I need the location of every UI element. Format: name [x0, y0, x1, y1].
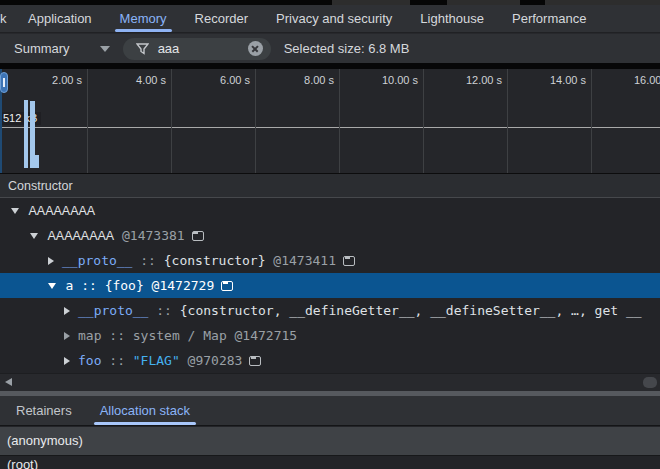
expand-arrow-right-icon[interactable] — [64, 307, 70, 315]
tab-label: Performance — [512, 11, 586, 26]
timeline-tick-label: 2.00 s — [2, 74, 82, 86]
expand-arrow-right-icon[interactable] — [64, 332, 70, 340]
row-text-obj: {foo} — [105, 278, 144, 293]
constructor-row[interactable]: foo :: "FLAG" @970283 — [0, 348, 660, 373]
row-text-sep: :: — [101, 353, 132, 368]
chevron-down-icon — [100, 46, 110, 52]
constructor-header-label: Constructor — [8, 179, 73, 193]
row-text-obj: {constructor, __defineGetter__, __define… — [180, 303, 642, 318]
memory-scale-label: 512 kB — [0, 112, 41, 125]
tab-label: Lighthouse — [420, 11, 484, 26]
top-tab-strip: k ApplicationMemoryRecorderPrivacy and s… — [0, 5, 660, 33]
tab-allocation-stack[interactable]: Allocation stack — [86, 396, 204, 425]
row-text-sep: :: — [148, 303, 179, 318]
row-text-sep: :: — [132, 253, 163, 268]
expand-arrow-down-icon[interactable] — [30, 233, 38, 239]
row-text-id: @970283 — [180, 353, 243, 368]
constructor-row[interactable]: AAAAAAAA — [0, 198, 660, 223]
row-text-dim: :: — [101, 328, 132, 343]
tab-label: Privacy and security — [276, 11, 392, 26]
expand-arrow-right-icon[interactable] — [48, 257, 54, 265]
tab-performance[interactable]: Performance — [498, 5, 600, 32]
row-text-name: AAAAAAAA — [29, 204, 96, 218]
tab-label: Application — [28, 11, 92, 26]
tab-label: Retainers — [16, 403, 72, 418]
perspective-select[interactable]: Summary — [14, 41, 110, 56]
tab-application[interactable]: Application — [14, 5, 106, 32]
class-filter-value: aaa — [158, 41, 180, 56]
timeline[interactable]: 512 kB 2.00 s4.00 s6.00 s8.00 s10.00 s12… — [0, 69, 660, 173]
timeline-tick-label: 10.00 s — [338, 74, 418, 86]
scrollbar-thumb[interactable] — [643, 377, 657, 388]
allocation-bar — [35, 155, 39, 168]
row-text-sep: :: — [73, 278, 104, 293]
row-text-dim: map — [78, 328, 101, 343]
row-text-prop: foo — [78, 353, 101, 368]
reveal-frame-icon[interactable] — [343, 256, 355, 266]
stack-frame-row[interactable]: (root) — [0, 456, 660, 469]
expand-arrow-down-icon[interactable] — [48, 283, 56, 289]
timeline-tick-label: 16.00 s — [590, 74, 660, 86]
timeline-tick-label: 8.00 s — [254, 74, 334, 86]
tab-recorder[interactable]: Recorder — [181, 5, 262, 32]
tab-partial-network[interactable]: k — [0, 5, 14, 32]
timeline-tick-label: 14.00 s — [506, 74, 586, 86]
horizontal-scrollbar[interactable] — [0, 373, 660, 391]
row-text-str: "FLAG" — [133, 353, 180, 368]
allocation-bar — [24, 100, 28, 168]
expand-arrow-down-icon[interactable] — [11, 208, 19, 214]
devtools-memory-panel: k ApplicationMemoryRecorderPrivacy and s… — [0, 0, 660, 469]
allocation-stack-pane: (anonymous)(root) — [0, 427, 660, 469]
reveal-frame-icon[interactable] — [221, 281, 233, 291]
timeline-tick-label: 12.00 s — [422, 74, 502, 86]
stack-frame-row[interactable]: (anonymous) — [0, 427, 660, 456]
memory-scale-line — [0, 127, 660, 128]
tab-lighthouse[interactable]: Lighthouse — [406, 5, 498, 32]
constructor-row[interactable]: AAAAAAAA @1473381 — [0, 223, 660, 248]
expand-arrow-right-icon[interactable] — [64, 357, 70, 365]
bottom-tab-strip: RetainersAllocation stack — [0, 396, 660, 426]
timeline-tick-label: 4.00 s — [86, 74, 166, 86]
tab-label: Memory — [120, 11, 167, 26]
scroll-left-arrow-icon[interactable] — [5, 378, 12, 386]
perspective-select-label: Summary — [14, 41, 70, 56]
row-text-prop: __proto__ — [78, 303, 148, 318]
tab-label: k — [0, 11, 7, 26]
row-text-name: AAAAAAAA — [48, 229, 115, 243]
reveal-frame-icon[interactable] — [249, 356, 261, 366]
constructor-row[interactable]: __proto__ :: {constructor} @1473411 — [0, 248, 660, 273]
allocation-bar — [30, 101, 35, 168]
tab-label: Recorder — [195, 11, 248, 26]
selected-size-status: Selected size: 6.8 MB — [284, 41, 410, 56]
tab-retainers[interactable]: Retainers — [2, 396, 86, 425]
row-text-prop: a — [66, 278, 74, 293]
row-text-id: @1473411 — [266, 253, 336, 268]
tab-label: Allocation stack — [100, 403, 190, 418]
memory-toolbar: Summary aaa Selected size: 6.8 MB — [0, 33, 660, 63]
constructor-tree: AAAAAAAAAAAAAAAA @1473381__proto__ :: {c… — [0, 198, 660, 373]
row-text-dim: @1472715 — [227, 328, 297, 343]
row-text-dim: system / Map — [133, 328, 227, 343]
reveal-frame-icon[interactable] — [192, 231, 204, 241]
row-text-prop: __proto__ — [62, 253, 132, 268]
row-text-obj: {constructor} — [164, 253, 266, 268]
row-text-id: @1472729 — [144, 278, 214, 293]
constructor-row[interactable]: __proto__ :: {constructor, __defineGette… — [0, 298, 660, 323]
clear-filter-button[interactable] — [248, 41, 263, 56]
class-filter-input[interactable]: aaa — [123, 38, 271, 60]
timeline-tick-label: 6.00 s — [170, 74, 250, 86]
constructor-row[interactable]: map :: system / Map @1472715 — [0, 323, 660, 348]
row-text-id: @1473381 — [114, 228, 184, 243]
tab-privacy-and-security[interactable]: Privacy and security — [262, 5, 406, 32]
filter-icon — [136, 42, 149, 55]
tab-memory[interactable]: Memory — [106, 5, 181, 32]
constructor-row[interactable]: a :: {foo} @1472729 — [0, 273, 660, 298]
constructor-column-header[interactable]: Constructor — [0, 173, 660, 198]
